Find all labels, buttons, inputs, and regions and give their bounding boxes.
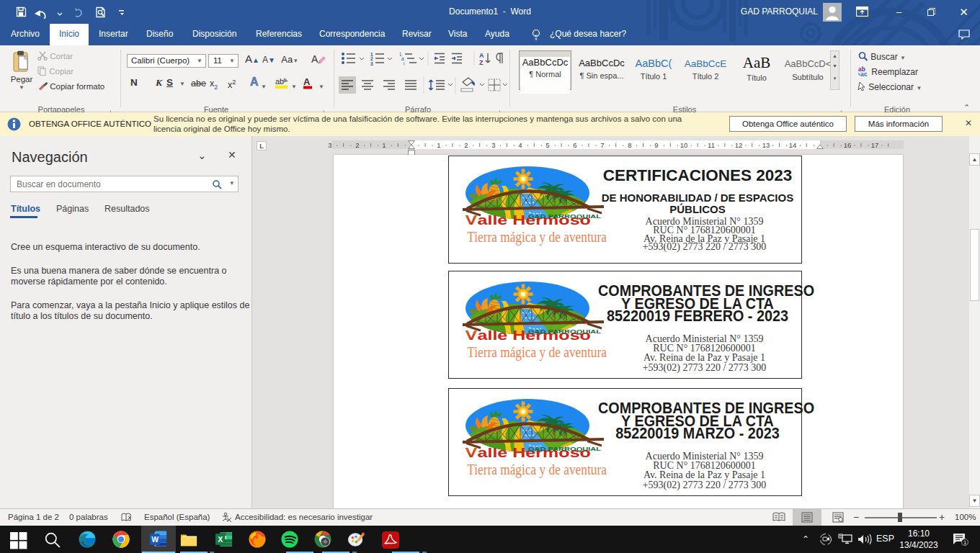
svg-text:13: 13 [762,141,770,149]
svg-text:16: 16 [844,141,852,149]
svg-text:2: 2 [464,141,468,149]
svg-text:3: 3 [328,141,331,149]
svg-text:W: W [151,535,159,544]
svg-text:10: 10 [680,141,688,149]
svg-text:ac: ac [860,71,868,77]
svg-text:2: 2 [355,141,359,149]
svg-text:A: A [479,52,484,59]
svg-text:7: 7 [600,141,604,149]
svg-text:4: 4 [518,141,522,149]
svg-text:3: 3 [370,61,373,66]
svg-text:i: i [404,61,404,66]
svg-text:14: 14 [789,141,797,149]
svg-text:17: 17 [871,141,879,149]
svg-text:9: 9 [654,141,658,149]
svg-text:11: 11 [708,141,715,149]
svg-text:A: A [303,76,311,87]
svg-text:1: 1 [963,539,967,546]
svg-text:1: 1 [382,141,386,149]
svg-text:5: 5 [545,141,549,149]
svg-text:6: 6 [573,141,576,149]
svg-text:8: 8 [628,141,631,149]
svg-text:X: X [218,535,223,544]
svg-text:A: A [311,53,318,65]
svg-text:Z: Z [479,59,484,66]
svg-text:3: 3 [491,141,495,149]
svg-text:1: 1 [437,141,440,149]
svg-text:12: 12 [735,141,743,149]
